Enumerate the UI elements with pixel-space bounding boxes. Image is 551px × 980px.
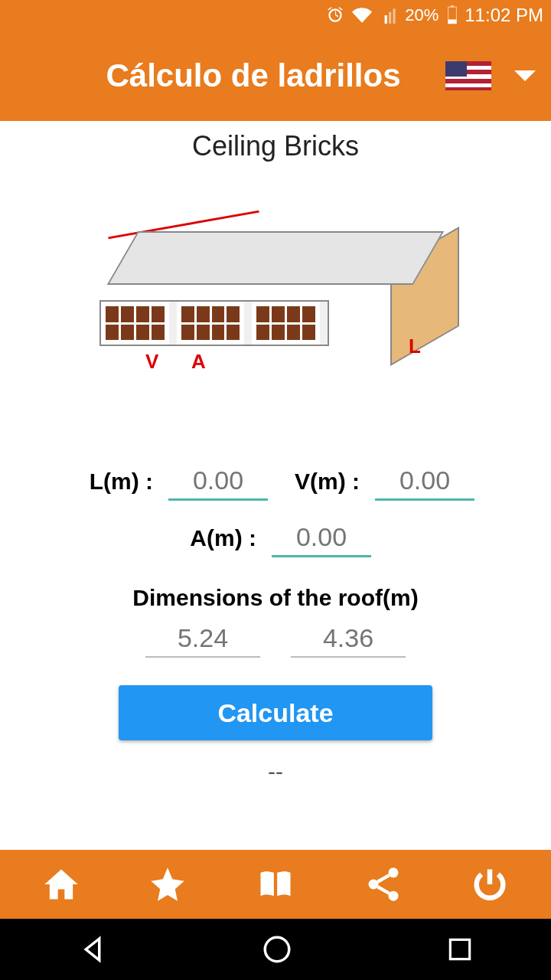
battery-icon <box>446 5 458 25</box>
result-text: -- <box>268 759 283 785</box>
row-a: A(m) : <box>180 519 371 557</box>
app-bar: Cálculo de ladrillos <box>0 31 551 121</box>
diagram: V A L <box>0 178 551 453</box>
svg-point-8 <box>369 880 379 890</box>
clock-time: 11:02 PM <box>465 5 543 26</box>
recent-icon[interactable] <box>445 935 474 964</box>
back-icon[interactable] <box>77 933 109 965</box>
input-dim1[interactable] <box>145 620 260 658</box>
status-bar: 20% 11:02 PM <box>0 0 551 31</box>
svg-point-7 <box>389 867 399 877</box>
language-flag-icon[interactable] <box>445 61 491 90</box>
svg-rect-0 <box>380 18 383 24</box>
label-l: L(m) : <box>77 469 153 495</box>
diagram-label-v: V <box>145 350 158 374</box>
diagram-label-l: L <box>409 335 421 358</box>
svg-point-10 <box>265 937 289 962</box>
share-icon[interactable] <box>364 864 403 904</box>
svg-rect-6 <box>448 19 457 23</box>
input-dim2[interactable] <box>291 620 406 658</box>
home-icon[interactable] <box>41 864 81 904</box>
input-l[interactable] <box>168 462 268 501</box>
wifi-icon <box>351 5 373 25</box>
svg-point-9 <box>389 891 399 901</box>
chevron-down-icon[interactable] <box>514 70 536 81</box>
label-a: A(m) : <box>180 525 256 551</box>
input-a[interactable] <box>272 519 371 557</box>
row-dimensions <box>145 620 406 658</box>
svg-rect-3 <box>393 8 396 24</box>
system-nav <box>0 919 551 980</box>
battery-percentage: 20% <box>405 5 439 25</box>
power-icon[interactable] <box>470 864 510 904</box>
diagram-label-a: A <box>191 350 206 374</box>
input-v[interactable] <box>375 462 474 501</box>
row-lv: L(m) : V(m) : <box>77 462 474 501</box>
bottom-nav <box>0 850 551 919</box>
dimensions-heading: Dimensions of the roof(m) <box>132 585 418 611</box>
star-icon[interactable] <box>148 864 187 904</box>
section-title: Ceiling Bricks <box>192 130 359 162</box>
label-v: V(m) : <box>283 469 360 495</box>
app-title: Cálculo de ladrillos <box>15 57 445 94</box>
alarm-icon <box>325 5 345 25</box>
svg-rect-11 <box>451 939 470 959</box>
book-icon[interactable] <box>254 864 297 904</box>
signal-icon <box>379 5 399 25</box>
svg-rect-2 <box>389 12 391 24</box>
calculate-button[interactable]: Calculate <box>119 685 432 740</box>
svg-rect-1 <box>385 15 387 24</box>
home-circle-icon[interactable] <box>261 933 293 965</box>
main-content: Ceiling Bricks V A L L(m) : V(m) : A(m) … <box>0 121 551 850</box>
